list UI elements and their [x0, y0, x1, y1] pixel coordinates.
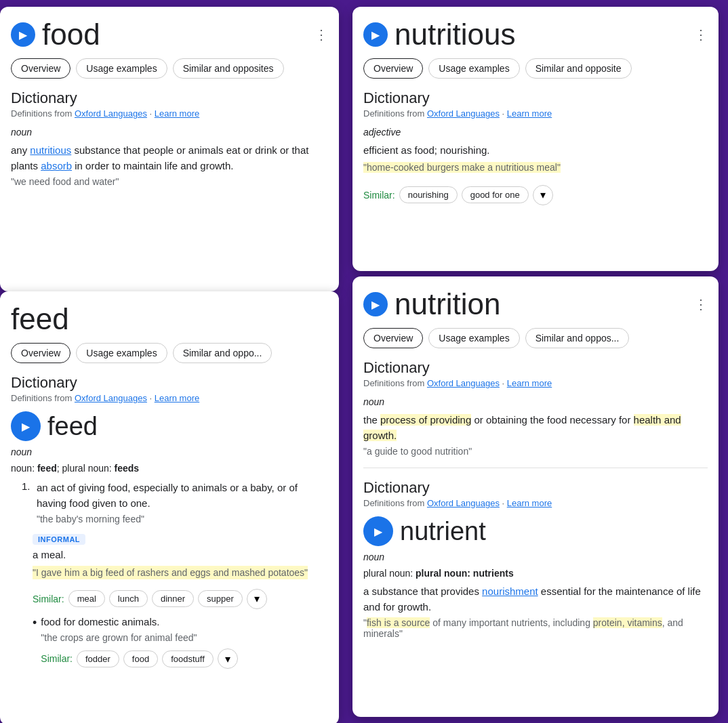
feed-dictionary-section: Dictionary Definitions from Oxford Langu… [11, 374, 328, 669]
nutrient-example: "fish is a source of many important nutr… [363, 617, 708, 639]
food-title: food [42, 18, 100, 51]
feed-tag-lunch[interactable]: lunch [109, 590, 148, 607]
nutrition-dict-source-2: Definitions from Oxford Languages · Lear… [363, 498, 708, 508]
feed-bullet-content: food for domestic animals. "the crops ar… [41, 615, 238, 669]
feed-tag-meal[interactable]: meal [68, 590, 105, 607]
nutrition-dict-heading: Dictionary [363, 359, 708, 377]
food-header-left: ▶ food [11, 18, 100, 51]
nutrition-pos: noun [363, 396, 708, 407]
feed-tag-dinner[interactable]: dinner [152, 590, 194, 607]
feed-card: feed Overview Usage examples Similar and… [0, 291, 339, 723]
nutrition-learn-more-link[interactable]: Learn more [507, 378, 552, 388]
feed-tabs: Overview Usage examples Similar and oppo… [11, 343, 328, 363]
nutritious-word-header: ▶ nutritious ⋮ [363, 18, 708, 51]
nutritious-tag-nourishing[interactable]: nourishing [399, 186, 458, 203]
nutrition-learn-more-link-2[interactable]: Learn more [507, 498, 552, 508]
feed-word-header-2: ▶ feed [11, 411, 328, 441]
nutritious-header-left: ▶ nutritious [363, 18, 516, 51]
food-learn-more-link[interactable]: Learn more [155, 108, 199, 119]
food-more-icon[interactable]: ⋮ [315, 26, 328, 43]
food-tab-similar[interactable]: Similar and opposites [173, 58, 284, 79]
food-example: "we need food and water" [11, 176, 328, 187]
food-speaker-button[interactable]: ▶ [11, 22, 35, 47]
nutritious-speaker-icon: ▶ [371, 28, 380, 41]
feed-tab-similar[interactable]: Similar and oppo... [173, 343, 272, 363]
nutrition-dictionary-section-2: Dictionary Definitions from Oxford Langu… [363, 468, 708, 639]
feed-word-header: feed [11, 302, 328, 336]
nutrition-speaker-button[interactable]: ▶ [363, 292, 388, 316]
nutritious-tag-good-for-one[interactable]: good for one [462, 186, 529, 203]
nutrition-header-left: ▶ nutrition [363, 287, 501, 321]
nutritious-definition: efficient as food; nourishing. [363, 143, 708, 159]
nutritious-title: nutritious [395, 18, 516, 51]
nutritious-similar-row: Similar: nourishing good for one ▾ [363, 185, 708, 205]
feed-oxford-link[interactable]: Oxford Languages [75, 393, 147, 403]
feed-tab-usage[interactable]: Usage examples [76, 343, 167, 363]
feed-def-1-container: 1. an act of giving food, especially to … [11, 480, 328, 669]
nutritious-tab-similar[interactable]: Similar and opposite [525, 58, 632, 79]
nutrition-card: ▶ nutrition ⋮ Overview Usage examples Si… [352, 276, 719, 717]
feed-tag-fodder[interactable]: fodder [77, 650, 119, 667]
nutritious-more-icon[interactable]: ⋮ [694, 26, 708, 43]
feed-speaker-button[interactable]: ▶ [11, 411, 41, 441]
feed-def-1-text: an act of giving food, especially to ani… [37, 480, 328, 511]
feed-title: feed [11, 302, 69, 336]
nutritious-pos: adjective [363, 127, 708, 138]
nutrition-tabs: Overview Usage examples Similar and oppo… [363, 328, 708, 348]
nutrient-def-text: a substance that provides nourishment es… [363, 584, 708, 615]
nutrition-oxford-link[interactable]: Oxford Languages [427, 378, 500, 388]
feed-def-1-text-block: an act of giving food, especially to ani… [37, 480, 328, 530]
feed-dict-source: Definitions from Oxford Languages · Lear… [11, 393, 328, 403]
feed-noun-forms: noun: feed; plural noun: feeds [11, 463, 328, 474]
nutrient-speaker-button[interactable]: ▶ [363, 516, 393, 546]
nutritious-learn-more-link[interactable]: Learn more [507, 108, 552, 119]
nutritious-speaker-button[interactable]: ▶ [363, 22, 388, 47]
feed-expand-similar-1[interactable]: ▾ [247, 589, 267, 609]
feed-learn-more-link[interactable]: Learn more [155, 393, 199, 403]
feed-bullet-def: food for domestic animals. [41, 615, 238, 630]
nutrient-speaker-icon: ▶ [374, 525, 382, 538]
feed-informal-section: INFORMAL a meal. "I gave him a big feed … [33, 533, 328, 609]
nutrition-oxford-link-2[interactable]: Oxford Languages [427, 498, 500, 508]
feed-expand-similar-2[interactable]: ▾ [218, 648, 238, 669]
food-absorb-link[interactable]: absorb [41, 160, 72, 171]
feed-tag-food[interactable]: food [123, 650, 158, 667]
nutrient-pos: noun [363, 552, 708, 562]
nutritious-dictionary-section: Dictionary Definitions from Oxford Langu… [363, 89, 708, 205]
nutrition-tab-overview[interactable]: Overview [363, 328, 423, 348]
nutrition-title: nutrition [395, 287, 501, 321]
feed-def-1-row: 1. an act of giving food, especially to … [22, 480, 328, 530]
nutrient-source-highlight: fish is a source [367, 617, 430, 628]
nutritious-dict-heading: Dictionary [363, 89, 708, 107]
food-dict-heading: Dictionary [11, 89, 328, 107]
feed-bullet-item: • food for domestic animals. "the crops … [33, 615, 328, 669]
feed-similar-label-2: Similar: [41, 653, 73, 664]
feed-def-1: 1. an act of giving food, especially to … [22, 480, 328, 669]
feed-tab-overview[interactable]: Overview [11, 343, 70, 363]
nutritious-similar-label: Similar: [363, 190, 395, 201]
food-tab-usage[interactable]: Usage examples [76, 58, 167, 79]
nutrition-dict-heading-2: Dictionary [363, 479, 708, 497]
nutritious-oxford-link[interactable]: Oxford Languages [427, 108, 500, 119]
food-oxford-link[interactable]: Oxford Languages [75, 108, 147, 119]
food-dict-source: Definitions from Oxford Languages · Lear… [11, 108, 328, 119]
food-nutritious-link[interactable]: nutritious [30, 144, 71, 156]
feed-tag-foodstuff[interactable]: foodstuff [162, 650, 214, 667]
feed-bullet-example: "the crops are grown for animal feed" [41, 632, 238, 643]
nutritious-expand-similar[interactable]: ▾ [533, 185, 553, 205]
nutrition-dictionary-section-1: Dictionary Definitions from Oxford Langu… [363, 359, 708, 457]
food-word-header: ▶ food ⋮ [11, 18, 328, 51]
food-tab-overview[interactable]: Overview [11, 58, 70, 79]
nutritious-tab-overview[interactable]: Overview [363, 58, 423, 79]
feed-bullet-section: • food for domestic animals. "the crops … [33, 615, 328, 669]
nutrition-tab-similar[interactable]: Similar and oppos... [525, 328, 630, 348]
feed-dict-heading: Dictionary [11, 374, 328, 392]
feed-informal-example: "I gave him a big feed of rashers and eg… [33, 566, 308, 579]
nutritious-tab-usage[interactable]: Usage examples [428, 58, 519, 79]
nutrient-header: ▶ nutrient [363, 516, 708, 546]
nutrient-nourishment-link[interactable]: nourishment [482, 585, 538, 597]
nutrition-more-icon[interactable]: ⋮ [694, 296, 708, 312]
feed-tag-supper[interactable]: supper [198, 590, 243, 607]
nutrition-tab-usage[interactable]: Usage examples [428, 328, 519, 348]
feed-def-1-example: "the baby's morning feed" [37, 514, 328, 524]
